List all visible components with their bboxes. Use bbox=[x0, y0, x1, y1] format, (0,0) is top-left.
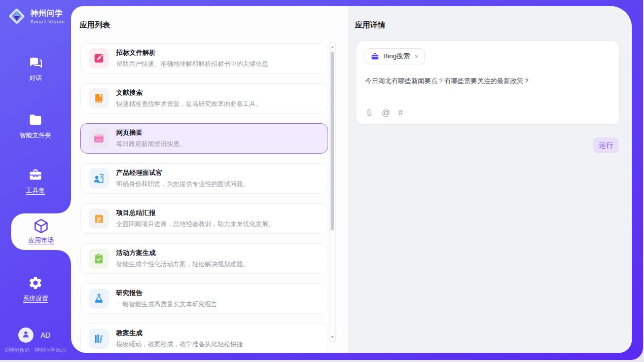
sidebar-item-system-settings[interactable]: 系统设置 bbox=[0, 275, 71, 303]
toolbox-icon bbox=[28, 167, 43, 183]
app-frame: 神州问学 Smart Vision 对话 智能文件夹 工具集 应用市场 系统设置… bbox=[0, 0, 643, 360]
scroll-up-arrow-icon[interactable]: ▲ bbox=[330, 45, 335, 49]
app-desc: 明确身份和职责，为您提供专业性的面试问题。 bbox=[116, 180, 249, 189]
person-icon bbox=[21, 330, 30, 341]
scrollbar-thumb[interactable] bbox=[331, 52, 334, 230]
app-card-list: 招标文件解析 帮助用户快速、准确地理解和解析招标书中的关键信息 文献搜索 快速精… bbox=[80, 43, 328, 353]
svg-text:</>: </> bbox=[96, 138, 102, 142]
app-name: 网页摘要 bbox=[116, 128, 186, 137]
gear-icon bbox=[28, 275, 43, 291]
app-desc: 每日政府新闻资讯快查。 bbox=[116, 140, 186, 149]
browser-code-icon: </> bbox=[89, 128, 109, 149]
app-desc: 一键智能生成高质量长文本研究报告 bbox=[116, 300, 218, 309]
report-note-icon bbox=[89, 208, 109, 229]
at-icon[interactable]: @ bbox=[382, 109, 390, 117]
clipboard-check-icon bbox=[89, 248, 109, 269]
app-detail-title: 应用详情 bbox=[355, 20, 385, 30]
sidebar-nav: 对话 智能文件夹 工具集 应用市场 系统设置 bbox=[0, 0, 71, 360]
research-icon bbox=[89, 288, 109, 309]
app-desc: 智能生成个性化活动方案，轻松解决规划难题。 bbox=[116, 260, 249, 269]
book-icon bbox=[89, 88, 109, 108]
app-list-pane: 应用列表 招标文件解析 帮助用户快速、准确地理解和解析招标书中的关键信息 文献搜… bbox=[71, 6, 348, 353]
close-icon[interactable]: × bbox=[415, 53, 419, 60]
app-name: 研究报告 bbox=[116, 288, 218, 298]
content-panel: 应用列表 招标文件解析 帮助用户快速、准确地理解和解析招标书中的关键信息 文献搜… bbox=[71, 6, 632, 353]
app-desc: 快速精准查找学术资源，提高研究效率的必备工具。 bbox=[116, 100, 262, 108]
app-card[interactable]: 项目总结汇报 全面回顾项目进展，总结经验教训，助力未来优化发展。 bbox=[80, 203, 328, 234]
app-desc: 全面回顾项目进展，总结经验教训，助力未来优化发展。 bbox=[116, 220, 275, 229]
sidebar-item-smart-folder[interactable]: 智能文件夹 bbox=[0, 112, 71, 140]
folder-icon bbox=[28, 112, 43, 127]
tool-tag-label: Bing搜索 bbox=[383, 52, 410, 61]
cube-icon bbox=[32, 219, 50, 234]
app-name: 项目总结汇报 bbox=[116, 208, 275, 218]
app-name: 文献搜索 bbox=[116, 88, 262, 97]
sidebar: 神州问学 Smart Vision 对话 智能文件夹 工具集 应用市场 系统设置… bbox=[0, 0, 71, 360]
app-card[interactable]: 文献搜索 快速精准查找学术资源，提高研究效率的必备工具。 bbox=[80, 83, 328, 114]
tool-tag-bing-search[interactable]: Bing搜索 × bbox=[365, 48, 425, 64]
hash-icon[interactable]: # bbox=[398, 109, 403, 117]
app-name: 产品经理面试官 bbox=[116, 168, 249, 177]
app-detail-pane: 应用详情 Bing搜索 × 今日湖北有哪些新闻要点？有哪些需要关注的最新政策？ … bbox=[348, 6, 632, 353]
sidebar-item-toolset[interactable]: 工具集 bbox=[0, 167, 71, 195]
prompt-text[interactable]: 今日湖北有哪些新闻要点？有哪些需要关注的最新政策？ bbox=[365, 77, 611, 86]
app-card[interactable]: </> 网页摘要 每日政府新闻资讯快查。 bbox=[80, 123, 328, 154]
composer-toolbar: @ # bbox=[365, 108, 403, 118]
app-name: 教案生成 bbox=[116, 329, 243, 338]
app-desc: 帮助用户快速、准确地理解和解析招标书中的关键信息 bbox=[116, 60, 268, 68]
edit-document-icon bbox=[89, 48, 109, 68]
scrollbar[interactable]: ▲ ▼ bbox=[329, 42, 336, 342]
app-desc: 模板驱动，教案秒成，教学准备从此轻松快捷 bbox=[116, 340, 243, 349]
user-name: AD bbox=[41, 331, 50, 339]
app-name: 招标文件解析 bbox=[116, 48, 268, 57]
app-card[interactable]: 教案生成 模板驱动，教案秒成，教学准备从此轻松快捷 bbox=[80, 323, 328, 353]
books-icon bbox=[89, 329, 109, 349]
composer-card: Bing搜索 × 今日湖北有哪些新闻要点？有哪些需要关注的最新政策？ @ # bbox=[356, 41, 620, 125]
app-name: 活动方案生成 bbox=[116, 248, 249, 258]
sidebar-item-app-market[interactable]: 应用市场 bbox=[11, 213, 71, 250]
briefcase-icon bbox=[371, 52, 379, 61]
app-card[interactable]: 研究报告 一键智能生成高质量长文本研究报告 bbox=[80, 283, 328, 314]
app-card[interactable]: 招标文件解析 帮助用户快速、准确地理解和解析招标书中的关键信息 bbox=[80, 43, 328, 74]
app-list-title: 应用列表 bbox=[80, 20, 110, 30]
scroll-down-arrow-icon[interactable]: ▼ bbox=[330, 335, 335, 339]
paperclip-icon[interactable] bbox=[365, 108, 374, 118]
copyright-footer: ©神州数码 · 神州问学出品 bbox=[5, 347, 70, 354]
avatar bbox=[18, 328, 33, 343]
app-card[interactable]: 产品经理面试官 明确身份和职责，为您提供专业性的面试问题。 bbox=[80, 163, 328, 194]
app-card[interactable]: 活动方案生成 智能生成个性化活动方案，轻松解决规划难题。 bbox=[80, 243, 328, 274]
sidebar-item-chat[interactable]: 对话 bbox=[0, 55, 71, 83]
chat-icon bbox=[28, 55, 43, 70]
user-row[interactable]: AD bbox=[18, 328, 50, 343]
interview-icon bbox=[89, 168, 109, 189]
run-button[interactable]: 运行 bbox=[593, 137, 619, 153]
